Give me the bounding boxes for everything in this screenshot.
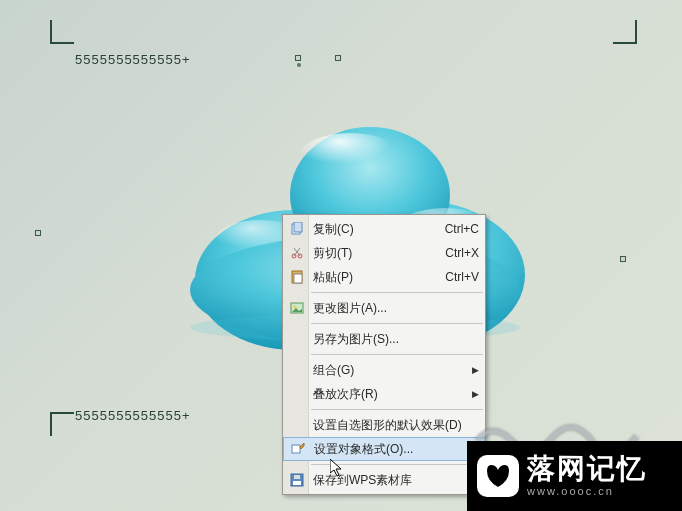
copy-icon — [287, 219, 307, 239]
menu-label: 叠放次序(R) — [313, 386, 462, 403]
crop-mark-tl — [50, 20, 74, 44]
menu-item-copy[interactable]: 复制(C) Ctrl+C — [283, 217, 485, 241]
watermark-logo-icon — [477, 455, 519, 497]
paste-icon — [287, 267, 307, 287]
save-lib-icon — [287, 470, 307, 490]
menu-item-change-picture[interactable]: 更改图片(A)... — [283, 296, 485, 320]
svg-rect-19 — [294, 475, 300, 479]
menu-item-save-as-picture[interactable]: 另存为图片(S)... — [283, 327, 485, 351]
crop-mark-tr — [613, 20, 637, 44]
menu-item-group[interactable]: 组合(G) ▶ — [283, 358, 485, 382]
blank-icon — [287, 384, 307, 404]
menu-item-save-to-wps-library[interactable]: 保存到WPS素材库 — [283, 468, 485, 492]
canvas-text-top: 5555555555555+ — [75, 52, 191, 67]
context-menu: 复制(C) Ctrl+C 剪切(T) Ctrl+X 粘贴(P) Ctrl+V 更… — [282, 214, 486, 495]
menu-separator — [311, 409, 483, 410]
menu-label: 粘贴(P) — [313, 269, 435, 286]
crop-mark-bl — [50, 412, 74, 436]
cut-icon — [287, 243, 307, 263]
menu-item-paste[interactable]: 粘贴(P) Ctrl+V — [283, 265, 485, 289]
svg-rect-13 — [294, 274, 302, 283]
menu-label: 剪切(T) — [313, 245, 435, 262]
menu-label: 更改图片(A)... — [313, 300, 479, 317]
selection-handle[interactable] — [335, 55, 343, 63]
menu-separator — [311, 323, 483, 324]
svg-rect-9 — [294, 222, 302, 232]
menu-separator — [311, 354, 483, 355]
menu-item-format-object[interactable]: 设置对象格式(O)... — [283, 437, 485, 461]
format-icon — [288, 439, 308, 459]
svg-point-4 — [300, 133, 400, 177]
menu-label: 组合(G) — [313, 362, 462, 379]
svg-rect-18 — [293, 481, 301, 485]
submenu-arrow-icon: ▶ — [472, 365, 479, 375]
svg-rect-16 — [292, 445, 300, 453]
menu-label: 设置自选图形的默认效果(D) — [313, 417, 479, 434]
menu-shortcut: Ctrl+X — [445, 246, 479, 260]
menu-label: 另存为图片(S)... — [313, 331, 479, 348]
selection-handle[interactable] — [295, 55, 303, 63]
change-pic-icon — [287, 298, 307, 318]
submenu-arrow-icon: ▶ — [472, 389, 479, 399]
watermark: 落网记忆 www.oooc.cn — [467, 441, 682, 511]
menu-label: 设置对象格式(O)... — [314, 441, 478, 458]
canvas-text-bottom: 5555555555555+ — [75, 408, 191, 423]
blank-icon — [287, 329, 307, 349]
menu-shortcut: Ctrl+C — [445, 222, 479, 236]
watermark-title: 落网记忆 — [527, 455, 647, 483]
selection-handle[interactable] — [620, 256, 628, 264]
watermark-url: www.oooc.cn — [527, 485, 647, 497]
menu-item-order[interactable]: 叠放次序(R) ▶ — [283, 382, 485, 406]
menu-item-cut[interactable]: 剪切(T) Ctrl+X — [283, 241, 485, 265]
menu-item-set-autoshape-defaults[interactable]: 设置自选图形的默认效果(D) — [283, 413, 485, 437]
menu-label: 复制(C) — [313, 221, 435, 238]
blank-icon — [287, 415, 307, 435]
menu-shortcut: Ctrl+V — [445, 270, 479, 284]
menu-separator — [311, 292, 483, 293]
selection-handle[interactable] — [35, 230, 43, 238]
blank-icon — [287, 360, 307, 380]
cursor-icon — [330, 459, 344, 479]
